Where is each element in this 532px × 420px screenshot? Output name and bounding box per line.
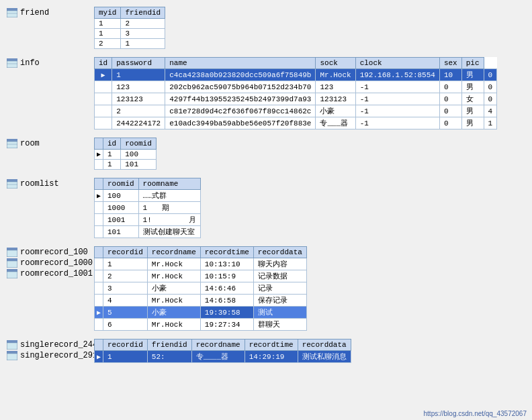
table-row[interactable]: ▶5小豪19:39:58测试 — [95, 307, 307, 319]
roomlist-arrow-col — [95, 178, 103, 190]
singlerecord-col-recordname: recordname — [191, 339, 245, 351]
room-col-roomid: roomid — [121, 138, 157, 150]
table-row[interactable]: 1231234297f44b13955235245b2497399d7a9312… — [95, 93, 497, 105]
roomlist-col-roomname: roomname — [138, 178, 200, 190]
singlerecord-2442-icon — [7, 340, 17, 350]
roomrecord-1000-name: roomrecord_1000 — [20, 258, 93, 268]
roomrecord-arrow-col — [95, 247, 103, 258]
table-row[interactable]: 2442224172e10adc3949ba59abbe56e057f20f88… — [95, 117, 497, 129]
table-row[interactable]: ▶1100 — [95, 150, 157, 160]
room-arrow-col — [95, 138, 103, 150]
info-col-name: name — [165, 58, 316, 69]
singlerecord-col-recorddata: recorddata — [298, 339, 351, 351]
roomrecord-table: recordid recordname recordtime recorddat… — [94, 246, 307, 331]
friend-col-friendid: friendid — [121, 7, 165, 19]
roomrecord-1001-icon — [7, 269, 17, 278]
table-row[interactable]: 6Mr.Hock19:27:34群聊天 — [95, 319, 307, 331]
friend-label: friend — [7, 7, 94, 17]
table-row[interactable]: 21 — [95, 39, 165, 49]
friend-col-myid: myid — [95, 7, 121, 19]
singlerecord-section: singlerecord_2442 singlerecord_2910 reco… — [7, 339, 525, 363]
friend-table-icon — [7, 8, 17, 17]
singlerecord-2910-icon — [7, 351, 17, 360]
room-col-id: id — [103, 138, 121, 150]
room-table-name: room — [20, 139, 40, 148]
room-label: room — [7, 138, 94, 148]
table-row[interactable]: 12 — [95, 19, 165, 29]
table-row[interactable]: 101测试创建聊天室 — [95, 226, 201, 238]
roomlist-table-name: roomlist — [20, 179, 59, 189]
singlerecord-label: singlerecord_2442 singlerecord_2910 — [7, 339, 94, 360]
singlerecord-2442-label: singlerecord_2442 — [7, 340, 102, 350]
friend-table-name: friend — [20, 8, 49, 17]
svg-rect-29 — [7, 351, 17, 354]
room-table-icon — [7, 139, 17, 148]
singlerecord-col-friendid: friendid — [147, 339, 191, 351]
info-col-pic: pic — [461, 58, 484, 69]
info-table-icon — [7, 58, 17, 68]
table-row[interactable]: 4Mr.Hock14:6:58保存记录 — [95, 295, 307, 307]
room-table: id roomid ▶11001101 — [94, 138, 157, 170]
svg-rect-1 — [7, 8, 17, 11]
info-col-sex: sex — [439, 58, 461, 69]
friend-table: myid friendid 121321 — [94, 7, 165, 49]
roomrecord-1001-name: roomrecord_1001 — [20, 269, 93, 278]
roomrecord-1000-icon — [7, 258, 17, 268]
table-row[interactable]: ▶152:专____器14:29:19测试私聊消息 — [95, 351, 351, 363]
table-row[interactable]: 10001 期 — [95, 202, 201, 214]
singlerecord-table: recordid friendid recordname recordtime … — [94, 339, 351, 363]
roomrecord-col-recordname: recordname — [147, 247, 200, 258]
table-row[interactable]: 2Mr.Hock10:15:9记录数据 — [95, 270, 307, 282]
info-col-sock: sock — [316, 58, 355, 69]
info-table-name: info — [20, 58, 40, 68]
roomrecord-label: roomrecord_100 roomrecord_1000 roomrecor… — [7, 246, 94, 278]
singlerecord-col-recordid: recordid — [103, 339, 148, 351]
roomlist-table-icon — [7, 179, 17, 189]
svg-rect-20 — [7, 258, 17, 261]
table-row[interactable]: ▶100……式群 — [95, 190, 201, 202]
table-row[interactable]: 10011! 月 — [95, 214, 201, 226]
roomlist-table: roomid roomname ▶100……式群10001 期10011! 月1… — [94, 178, 201, 238]
roomlist-label: roomlist — [7, 178, 94, 189]
roomrecord-section: roomrecord_100 roomrecord_1000 roomrecor… — [7, 246, 525, 331]
roomlist-col-roomid: roomid — [103, 178, 139, 190]
friend-section: friend myid friendid 121321 — [7, 7, 525, 49]
roomrecord-100-name: roomrecord_100 — [20, 248, 88, 257]
singlerecord-2910-label: singlerecord_2910 — [7, 351, 102, 360]
roomlist-section: roomlist roomid roomname ▶100……式群10001 期… — [7, 178, 525, 238]
info-table: id password name sock clock sex pic ▶1c4… — [94, 57, 497, 129]
table-row[interactable]: 1Mr.Hock10:13:10聊天内容 — [95, 258, 307, 270]
info-col-clock: clock — [355, 58, 439, 69]
roomrecord-100-label: roomrecord_100 — [7, 248, 88, 257]
room-section: room id roomid ▶11001101 — [7, 138, 525, 170]
singlerecord-2442-name: singlerecord_2442 — [20, 340, 102, 350]
singlerecord-arrow-col — [95, 339, 103, 351]
roomrecord-col-recorddata: recorddata — [253, 247, 306, 258]
info-section: info id password name sock clock sex pic… — [7, 57, 525, 129]
roomrecord-1001-label: roomrecord_1001 — [7, 269, 93, 278]
roomrecord-col-recordid: recordid — [103, 247, 148, 258]
table-row[interactable]: 13 — [95, 29, 165, 39]
svg-rect-23 — [7, 269, 17, 272]
roomrecord-1000-label: roomrecord_1000 — [7, 258, 93, 268]
svg-rect-17 — [7, 248, 17, 250]
singlerecord-2910-name: singlerecord_2910 — [20, 351, 102, 360]
table-row[interactable]: ▶1c4ca4238a0b923820dcc509a6f75849bMr.Hoc… — [95, 69, 497, 81]
svg-rect-13 — [7, 179, 17, 182]
table-row[interactable]: 2c81e728d9d4c2f636f067f89cc14862c小豪-10男4 — [95, 105, 497, 117]
roomrecord-col-recordtime: recordtime — [200, 247, 253, 258]
roomrecord-100-icon — [7, 248, 17, 257]
svg-rect-5 — [7, 58, 17, 61]
svg-rect-9 — [7, 139, 17, 142]
info-col-id: id — [95, 58, 112, 69]
footer-link: https://blog.csdn.net/qq_43572067 — [424, 410, 527, 417]
singlerecord-col-recordtime: recordtime — [245, 339, 298, 351]
table-row[interactable]: 123202cb962ac59075b964b07152d234b70123-1… — [95, 81, 497, 93]
info-col-password: password — [112, 58, 165, 69]
info-label: info — [7, 57, 94, 68]
table-row[interactable]: 3小豪14:6:46记录 — [95, 282, 307, 295]
svg-rect-26 — [7, 340, 17, 343]
table-row[interactable]: 1101 — [95, 160, 157, 170]
